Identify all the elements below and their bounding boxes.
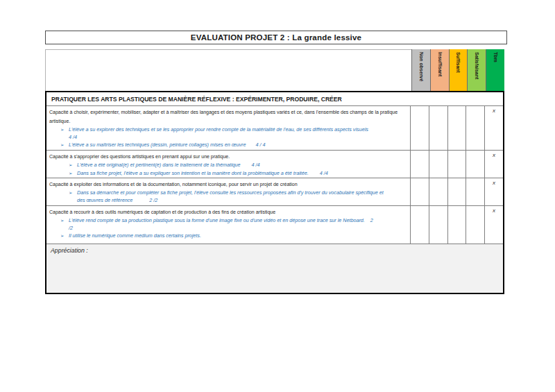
section-header: PRATIQUER LES ARTS PLASTIQUES DE MANIÈRE…	[46, 92, 503, 105]
page-title: EVALUATION PROJET 2 : La grande lessive	[45, 31, 507, 44]
arrow-bullet-icon: ➢	[60, 217, 69, 232]
criterion-bullet: ➢ L'élève rend compte de sa production p…	[60, 217, 407, 232]
criterion-bullet: ➢ Dans sa démarche et pour compléter sa …	[69, 189, 407, 204]
mark-cell-non-observe	[410, 178, 429, 205]
criterion-text: Capacité à s'approprier des questions ar…	[49, 152, 407, 161]
criterion-text: Capacité à exploiter des informations et…	[49, 180, 407, 189]
criterion-cell: Capacité à choisir, expérimenter, mobili…	[46, 106, 410, 150]
rating-column-suffisant: Suffisant	[449, 49, 468, 91]
bullet-text: L'élève rend compte de sa production pla…	[69, 217, 375, 232]
evaluation-sheet: EVALUATION PROJET 2 : La grande lessive …	[0, 0, 555, 392]
criterion-text: Capacité à recourir à des outils numériq…	[49, 207, 407, 216]
criterion-bullet: ➢ L'élève a été original(e) et pertinent…	[69, 162, 407, 169]
appreciation-section: Appréciation :	[46, 244, 503, 293]
criterion-cell: Capacité à recourir à des outils numériq…	[46, 206, 410, 244]
bullet-text: Dans sa démarche et pour compléter sa fi…	[77, 189, 384, 204]
appreciation-label: Appréciation :	[51, 247, 88, 254]
arrow-bullet-icon: ➢	[60, 126, 69, 141]
rating-column-satisfaisant: Satisfaisant	[467, 49, 486, 91]
mark-cell-suffisant	[447, 206, 466, 244]
criterion-bullet: ➢ Dans sa fiche projet, l'élève a su exp…	[69, 170, 407, 178]
mark-cell-tbm: x	[484, 151, 503, 178]
mark-cell-suffisant	[447, 106, 466, 150]
rating-column-tbm: Tbm	[486, 49, 504, 91]
rating-column-non-observe: Non observé	[411, 49, 430, 91]
criterion-row-3: Capacité à exploiter des informations et…	[46, 178, 503, 205]
rating-column-insuffisant: Insuffisant	[430, 49, 449, 91]
arrow-bullet-icon: ➢	[60, 232, 69, 240]
criterion-bullet: ➢ Il utilise le numérique comme medium d…	[60, 232, 407, 240]
arrow-bullet-icon: ➢	[69, 170, 77, 178]
mark-cell-suffisant	[447, 178, 466, 205]
mark-cell-satisfaisant	[466, 106, 484, 150]
mark-cell-tbm: x	[484, 106, 503, 150]
rating-header-band: Non observé Insuffisant Suffisant Satisf…	[45, 49, 504, 91]
evaluation-table: PRATIQUER LES ARTS PLASTIQUES DE MANIÈRE…	[45, 91, 504, 294]
mark-cell-insuffisant	[429, 151, 447, 178]
arrow-bullet-icon: ➢	[69, 162, 77, 169]
bullet-text: Il utilise le numérique comme medium dan…	[69, 232, 201, 240]
mark-cell-non-observe	[410, 106, 429, 150]
mark-cell-tbm: x	[484, 178, 503, 205]
criterion-cell: Capacité à exploiter des informations et…	[46, 178, 410, 205]
mark-cell-insuffisant	[429, 178, 447, 205]
mark-cell-suffisant	[447, 151, 466, 178]
mark-cell-satisfaisant	[466, 206, 484, 244]
mark-cell-satisfaisant	[466, 178, 484, 205]
bullet-text: L'élève a su explorer des techniques et …	[69, 126, 375, 141]
criterion-row-4: Capacité à recourir à des outils numériq…	[46, 205, 503, 244]
mark-cell-non-observe	[410, 206, 429, 244]
criterion-cell: Capacité à s'approprier des questions ar…	[46, 151, 410, 178]
mark-cell-tbm: x	[484, 206, 503, 244]
mark-cell-satisfaisant	[466, 151, 484, 178]
arrow-bullet-icon: ➢	[69, 189, 77, 204]
mark-cell-insuffisant	[429, 206, 447, 244]
criterion-text: Capacité à choisir, expérimenter, mobili…	[49, 108, 407, 126]
criterion-bullet: ➢ L'élève a su maîtriser les techniques …	[60, 142, 407, 149]
mark-cell-non-observe	[410, 151, 429, 178]
bullet-text: L'élève a su maîtriser les techniques (d…	[69, 142, 265, 149]
criterion-bullet: ➢ L'élève a su explorer des techniques e…	[60, 126, 407, 141]
criterion-row-2: Capacité à s'approprier des questions ar…	[46, 150, 503, 178]
bullet-text: L'élève a été original(e) et pertinent(e…	[77, 162, 259, 169]
mark-cell-insuffisant	[429, 106, 447, 150]
rating-header-spacer	[45, 49, 411, 91]
arrow-bullet-icon: ➢	[60, 142, 69, 149]
bullet-text: Dans sa fiche projet, l'élève a su expli…	[77, 170, 328, 178]
criterion-row-1: Capacité à choisir, expérimenter, mobili…	[46, 105, 503, 150]
